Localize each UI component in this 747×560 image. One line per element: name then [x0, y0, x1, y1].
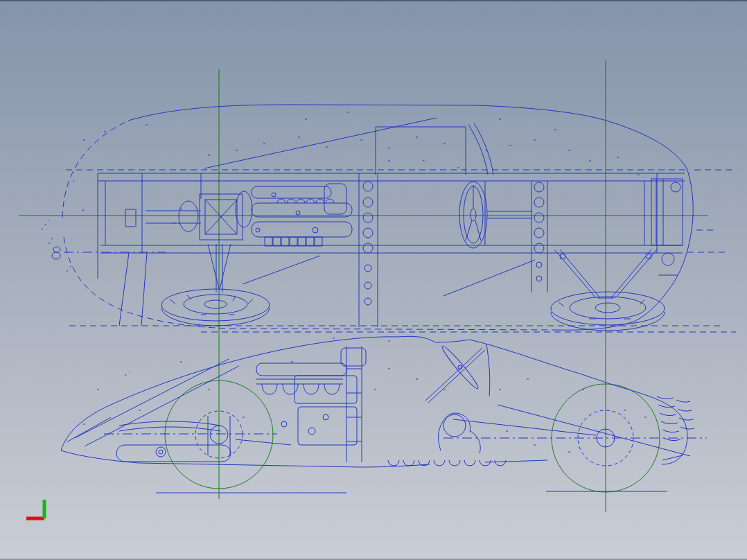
y-axis-label: Y — [40, 478, 46, 489]
wheel-sketch-circles[interactable] — [165, 380, 660, 492]
body-outline-bottom-hidden[interactable] — [64, 237, 554, 330]
differential-plan[interactable] — [651, 179, 683, 275]
cockpit-plan[interactable] — [204, 118, 493, 175]
origin-triad[interactable]: X Y — [8, 478, 50, 523]
bulkheads[interactable] — [359, 173, 547, 327]
model-canvas[interactable]: X Y — [0, 1, 747, 559]
x-axis-arrow[interactable] — [17, 514, 44, 523]
engine-plan[interactable] — [236, 184, 352, 246]
body-outline-left-hidden[interactable] — [62, 121, 128, 218]
rear-wheel-plan[interactable] — [551, 292, 665, 331]
centerlines[interactable] — [19, 60, 708, 512]
triad-wedge — [22, 496, 44, 518]
y-axis-arrow[interactable] — [39, 490, 49, 518]
tail-louvers[interactable] — [657, 396, 694, 441]
diff-flange[interactable] — [671, 182, 680, 192]
frame-scallops[interactable] — [388, 460, 506, 466]
cad-viewport: X Y — [0, 0, 747, 560]
right-stub-dashes[interactable] — [687, 170, 732, 252]
x-axis-label: X — [8, 508, 15, 519]
steering-wheel-plan[interactable] — [459, 182, 532, 248]
edge-noise-top — [42, 112, 642, 272]
bulkhead-holes[interactable] — [363, 182, 544, 305]
hood-shutlines[interactable] — [67, 359, 239, 446]
tow-eye-glyph[interactable] — [52, 247, 60, 259]
cockpit-side[interactable] — [425, 344, 490, 453]
frame-rails[interactable] — [98, 173, 685, 253]
top-view-wireframe[interactable] — [42, 105, 732, 331]
front-suspension-side[interactable] — [116, 416, 291, 462]
body-outline-top[interactable] — [128, 105, 687, 170]
body-underside[interactable] — [61, 450, 683, 467]
side-view-wireframe[interactable] — [61, 332, 736, 493]
engine-side[interactable] — [256, 347, 366, 462]
axle-height-dashdot[interactable] — [104, 434, 707, 438]
body-outline-tail[interactable] — [554, 170, 693, 330]
ground-lines[interactable] — [156, 491, 667, 493]
front-wheel-plan[interactable] — [161, 289, 270, 326]
rear-hub-side[interactable] — [453, 405, 690, 466]
